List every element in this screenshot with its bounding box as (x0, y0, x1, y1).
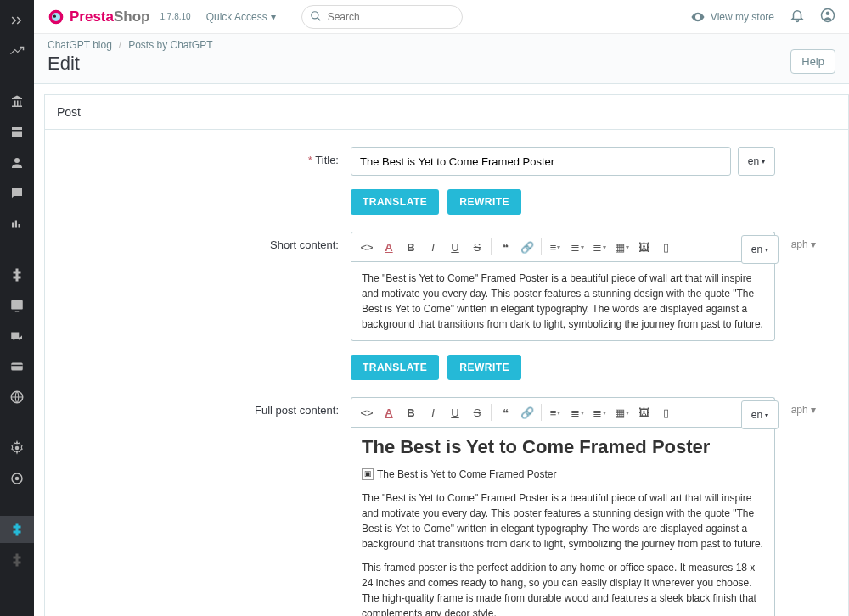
numbered-list-icon[interactable]: ≣▾ (589, 236, 610, 258)
sidebar-catalog-icon[interactable] (0, 119, 34, 146)
sidebar-orders-icon[interactable] (0, 88, 34, 115)
media-icon[interactable]: ▯ (655, 401, 676, 423)
svg-rect-3 (11, 300, 23, 310)
svg-rect-5 (11, 363, 23, 371)
underline-icon[interactable]: U (445, 401, 465, 423)
main-sidebar (0, 0, 34, 616)
title-input[interactable] (351, 147, 731, 176)
svg-point-12 (52, 13, 60, 21)
align-icon[interactable]: ≡▾ (545, 236, 565, 258)
lang-selector[interactable]: en▾ (738, 147, 775, 176)
lang-selector[interactable]: en▾ (741, 400, 779, 429)
sidebar-blog-icon[interactable] (0, 516, 34, 543)
search-icon (310, 10, 322, 25)
view-store-label: View my store (711, 11, 774, 23)
sidebar-shipping-icon[interactable] (0, 322, 34, 350)
bold-icon[interactable]: B (401, 236, 421, 258)
post-heading: The Best is Yet to Come Framed Poster (362, 436, 764, 458)
prestashop-logo-icon (48, 8, 65, 25)
notifications-icon[interactable] (790, 8, 805, 25)
svg-point-8 (15, 446, 20, 451)
sidebar-design-icon[interactable] (0, 292, 34, 319)
media-icon[interactable]: ▯ (655, 236, 676, 258)
svg-rect-2 (19, 224, 20, 228)
blockquote-icon[interactable]: ❝ (495, 401, 515, 423)
svg-rect-0 (12, 223, 14, 228)
strikethrough-icon[interactable]: S (467, 401, 487, 423)
quick-access-label: Quick Access (206, 11, 267, 23)
breadcrumb-separator: / (119, 39, 121, 51)
paragraph-dropdown-partial[interactable]: aph ▾ (791, 238, 816, 250)
translate-button[interactable]: Translate (351, 189, 439, 215)
link-icon[interactable]: 🔗 (517, 236, 537, 258)
italic-icon[interactable]: I (423, 236, 443, 258)
breadcrumb-item[interactable]: Posts by ChatGPT (128, 39, 212, 51)
post-paragraph: This framed poster is the perfect additi… (362, 560, 764, 616)
image-icon[interactable]: 🖼 (633, 401, 654, 423)
numbered-list-icon[interactable]: ≣▾ (589, 401, 610, 423)
logo-text-shop: Shop (114, 8, 150, 25)
svg-rect-1 (15, 221, 17, 228)
breadcrumb: ChatGPT blog / Posts by ChatGPT (48, 39, 835, 51)
sidebar-advanced-icon[interactable] (0, 465, 34, 492)
rewrite-button[interactable]: Rewrite (447, 355, 521, 380)
page-title: Edit (48, 53, 835, 75)
image-icon[interactable]: 🖼 (633, 236, 654, 258)
short-content-editor[interactable]: The "Best is Yet to Come" Framed Poster … (351, 261, 775, 341)
full-content-label: Full post content: (45, 397, 351, 417)
sidebar-payment-icon[interactable] (0, 353, 34, 380)
content-area: Post * Title: en▾ Translate Rewrite (34, 84, 849, 616)
align-icon[interactable]: ≡▾ (545, 401, 565, 423)
full-content-editor[interactable]: The Best is Yet to Come Framed Poster ▣ … (351, 427, 775, 616)
broken-image-placeholder: ▣ The Best is Yet to Come Framed Poster (362, 467, 556, 482)
italic-icon[interactable]: I (423, 401, 443, 423)
rewrite-button[interactable]: Rewrite (447, 189, 521, 215)
link-icon[interactable]: 🔗 (517, 401, 537, 423)
sidebar-other-icon[interactable] (0, 546, 34, 574)
post-panel: Post * Title: en▾ Translate Rewrite (44, 94, 849, 616)
sidebar-expand-icon[interactable] (0, 7, 34, 34)
paragraph-dropdown-partial[interactable]: aph ▾ (791, 404, 816, 416)
bullet-list-icon[interactable]: ≣▾ (567, 236, 588, 258)
table-icon[interactable]: ▦▾ (611, 401, 632, 423)
page-header: ChatGPT blog / Posts by ChatGPT Edit Hel… (34, 34, 849, 84)
text-color-icon[interactable]: A (379, 401, 399, 423)
sidebar-international-icon[interactable] (0, 384, 34, 411)
svg-point-14 (311, 11, 318, 18)
svg-point-16 (826, 12, 830, 16)
sidebar-shop-params-icon[interactable] (0, 434, 34, 462)
svg-rect-6 (11, 365, 23, 367)
profile-icon[interactable] (820, 8, 835, 25)
search-input[interactable] (301, 5, 463, 29)
panel-heading: Post (45, 95, 848, 130)
version-text: 1.7.8.10 (160, 12, 190, 21)
title-label: * Title: (45, 147, 351, 166)
table-icon[interactable]: ▦▾ (611, 236, 632, 258)
strikethrough-icon[interactable]: S (467, 236, 487, 258)
topbar: PrestaShop 1.7.8.10 Quick Access ▾ View … (34, 0, 849, 34)
source-code-icon[interactable]: <> (357, 236, 377, 258)
broken-image-icon: ▣ (362, 468, 374, 480)
sidebar-modules-icon[interactable] (0, 261, 34, 288)
svg-point-13 (53, 14, 56, 17)
text-color-icon[interactable]: A (379, 236, 399, 258)
lang-selector[interactable]: en▾ (741, 235, 779, 264)
view-store-link[interactable]: View my store (690, 9, 774, 25)
bold-icon[interactable]: B (401, 401, 421, 423)
sidebar-support-icon[interactable] (0, 180, 34, 207)
sidebar-stats-icon[interactable] (0, 210, 34, 238)
blockquote-icon[interactable]: ❝ (495, 236, 515, 258)
source-code-icon[interactable]: <> (357, 401, 377, 423)
post-paragraph: The "Best is Yet to Come" Framed Poster … (362, 490, 764, 552)
quick-access-dropdown[interactable]: Quick Access ▾ (206, 11, 276, 23)
underline-icon[interactable]: U (445, 236, 465, 258)
bullet-list-icon[interactable]: ≣▾ (567, 401, 588, 423)
caret-down-icon: ▾ (271, 11, 276, 23)
logo[interactable]: PrestaShop (48, 8, 149, 25)
breadcrumb-item[interactable]: ChatGPT blog (48, 39, 112, 51)
help-button[interactable]: Help (790, 49, 835, 74)
sidebar-customers-icon[interactable] (0, 149, 34, 176)
translate-button[interactable]: Translate (351, 355, 439, 380)
search-wrap (301, 5, 463, 29)
sidebar-dashboard-icon[interactable] (0, 37, 34, 64)
